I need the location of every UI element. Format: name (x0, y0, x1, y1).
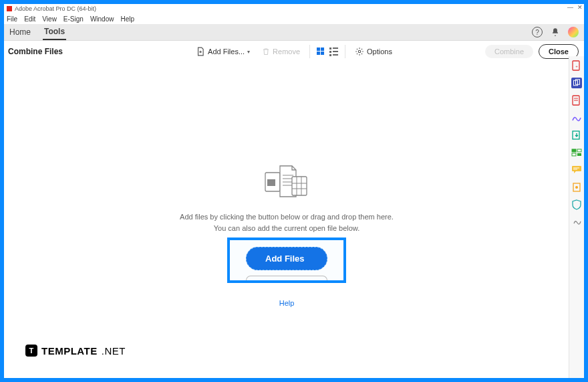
menu-file[interactable]: File (7, 15, 17, 23)
secondary-button-edge (246, 276, 327, 280)
menu-window[interactable]: Window (90, 15, 114, 23)
svg-text:+: + (575, 64, 578, 68)
svg-rect-22 (572, 153, 576, 156)
minimize-icon[interactable]: — (567, 4, 573, 11)
rail-edit-icon[interactable] (571, 95, 582, 106)
rail-sign-icon[interactable] (571, 112, 582, 123)
add-files-dropdown[interactable]: Add Files... ▾ (193, 45, 253, 58)
options-label: Options (367, 47, 392, 56)
watermark-brand: TEMPLATE (41, 345, 98, 357)
gear-icon (355, 47, 364, 56)
titlebar: Adobe Acrobat Pro DC (64-bit) — ✕ (4, 4, 584, 13)
main-area[interactable]: Add files by clicking the button below o… (4, 62, 569, 378)
empty-line1: Add files by clicking the button below o… (180, 211, 394, 223)
annotation-highlight: Add Files (227, 237, 346, 283)
svg-rect-19 (573, 131, 579, 139)
menubar: File Edit View E-Sign Window Help (4, 13, 584, 24)
divider (309, 45, 310, 58)
divider (345, 45, 345, 58)
tab-tools[interactable]: Tools (43, 24, 66, 40)
rail-protect-icon[interactable] (571, 182, 582, 193)
svg-rect-23 (577, 153, 581, 156)
add-files-button[interactable]: Add Files (246, 247, 327, 270)
help-icon[interactable]: ? (532, 27, 543, 37)
svg-point-28 (575, 186, 578, 189)
tab-home[interactable]: Home (8, 25, 32, 39)
watermark-suffix: .NET (102, 345, 126, 357)
remove-label: Remove (273, 47, 300, 56)
svg-point-0 (358, 50, 361, 53)
empty-line2: You can also add the current open file b… (180, 223, 394, 234)
help-link[interactable]: Help (279, 299, 295, 307)
empty-state: Add files by clicking the button below o… (4, 162, 569, 307)
grid-view-icon[interactable] (317, 47, 324, 56)
svg-rect-7 (292, 177, 307, 195)
combine-button: Combine (485, 45, 533, 58)
list-view-icon[interactable] (329, 47, 338, 56)
remove-button: Remove (259, 45, 303, 58)
menu-help[interactable]: Help (120, 15, 134, 23)
acrobat-logo-icon (7, 6, 12, 11)
tool-toolbar: Combine Files Add Files... ▾ Remove (4, 41, 584, 63)
rail-organize-icon[interactable] (571, 147, 582, 158)
app-window: Adobe Acrobat Pro DC (64-bit) — ✕ File E… (4, 4, 584, 378)
window-title: Adobe Acrobat Pro DC (64-bit) (15, 5, 96, 12)
bell-icon[interactable] (551, 27, 560, 37)
rail-export-icon[interactable] (571, 130, 582, 140)
menu-esign[interactable]: E-Sign (63, 15, 84, 23)
tabbar: Home Tools ? (4, 24, 584, 41)
watermark-logo-icon: T (25, 345, 37, 357)
svg-rect-20 (572, 149, 576, 152)
rail-combine-icon[interactable] (571, 78, 582, 88)
window-controls: — ✕ (567, 4, 583, 11)
svg-rect-21 (577, 149, 581, 152)
tool-title: Combine Files (8, 47, 63, 56)
annotation-frame: Adobe Acrobat Pro DC (64-bit) — ✕ File E… (0, 0, 588, 382)
menu-edit[interactable]: Edit (24, 15, 35, 23)
watermark: T TEMPLATE.NET (25, 345, 126, 357)
rail-create-pdf-icon[interactable]: + (571, 60, 582, 71)
empty-text: Add files by clicking the button below o… (180, 211, 394, 233)
rail-shield-icon[interactable] (571, 199, 582, 210)
rail-more-icon[interactable] (571, 217, 582, 227)
chevron-down-icon: ▾ (247, 49, 250, 55)
avatar[interactable] (568, 27, 579, 37)
files-illustration-icon (260, 162, 313, 201)
trash-icon (262, 47, 270, 56)
add-files-icon (196, 47, 205, 56)
svg-rect-2 (267, 179, 275, 186)
menu-view[interactable]: View (42, 15, 57, 23)
options-button[interactable]: Options (352, 45, 395, 58)
svg-rect-24 (572, 166, 581, 171)
rail-comment-icon[interactable] (571, 165, 582, 175)
right-rail: + (569, 56, 584, 378)
add-files-label: Add Files... (208, 47, 245, 56)
close-window-icon[interactable]: ✕ (577, 4, 583, 11)
